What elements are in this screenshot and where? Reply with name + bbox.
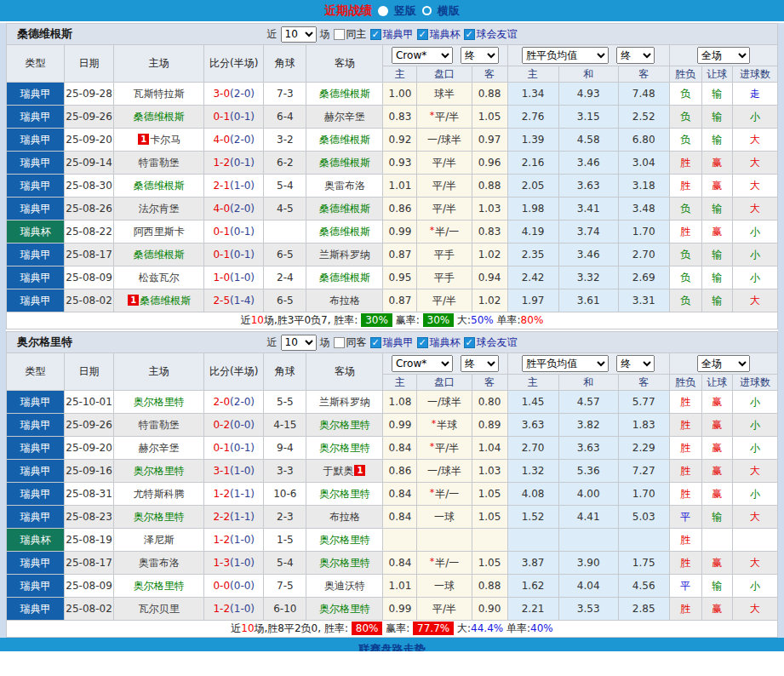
handicap-away-odds: 1.03 — [472, 198, 507, 221]
handicap-line — [417, 529, 472, 552]
vertical-layout-radio[interactable] — [378, 6, 388, 16]
page-title: 近期战绩 — [324, 3, 372, 19]
odds-away-win: 2.69 — [618, 266, 669, 289]
odds-away-win: 4.56 — [618, 575, 669, 598]
result-wdl: 负 — [669, 106, 701, 129]
final-odds-select[interactable]: 终 — [461, 47, 499, 64]
match-date: 25-08-30 — [65, 175, 114, 198]
recent-count-select[interactable]: 10 — [281, 335, 317, 351]
team-link[interactable]: 奥尔格里特 — [319, 488, 370, 500]
final-odds-select[interactable]: 终 — [616, 355, 655, 372]
team-link[interactable]: 泽尼斯 — [144, 534, 175, 546]
league-filter-checkbox[interactable]: ✓瑞典杯 — [417, 27, 461, 42]
team-link[interactable]: 法尔肯堡 — [139, 203, 180, 215]
team-link[interactable]: 桑德维根斯 — [134, 180, 185, 192]
halftime-score: (0-1) — [230, 111, 255, 123]
final-odds-select[interactable]: 终 — [461, 355, 499, 372]
team-link[interactable]: 桑德维根斯 — [319, 157, 370, 169]
handicap-line: *半球 — [417, 414, 472, 437]
league-filter-checkbox[interactable]: ✓瑞典甲 — [370, 27, 414, 42]
team-link[interactable]: 阿西里斯卡 — [134, 226, 185, 238]
league-filter-checkbox[interactable]: ✓瑞典甲 — [370, 335, 414, 350]
match-date: 25-08-02 — [65, 289, 114, 312]
match-date: 25-09-14 — [65, 152, 114, 175]
team-link[interactable]: 桑德维根斯 — [134, 249, 185, 261]
bookmaker-select[interactable]: Crow* — [392, 355, 453, 372]
team-link[interactable]: 桑德维根斯 — [319, 272, 370, 284]
handicap-line: *半/一 — [417, 221, 472, 243]
summary-text: 44.4% — [471, 622, 503, 634]
team-link[interactable]: 布拉格 — [329, 511, 360, 523]
wdl-average-select[interactable]: 胜平负均值 — [522, 47, 609, 64]
team-link[interactable]: 奥尔格里特 — [319, 557, 370, 569]
result-wdl: 胜 — [669, 221, 701, 243]
team-link[interactable]: 桑德维根斯 — [140, 295, 191, 306]
team-link[interactable]: 奥尔格里特 — [134, 465, 185, 477]
horizontal-layout-radio[interactable] — [422, 6, 432, 15]
result-handicap: 输 — [701, 106, 732, 129]
same-venue-checkbox[interactable]: 同客 — [334, 335, 367, 350]
team-link[interactable]: 奥尔格里特 — [134, 511, 185, 523]
summary-line: 近10场,胜3平0负7, 胜率: 30% 赢率: 30% 大:50% 单率:80… — [7, 312, 778, 329]
team-link[interactable]: 兰斯科罗纳 — [319, 249, 370, 261]
result-handicap: 赢 — [701, 175, 732, 198]
league-filter-checkbox[interactable]: ✓球会友谊 — [464, 27, 518, 42]
handicap-home-odds: 0.99 — [383, 414, 417, 437]
team-link[interactable]: 奥尔格里特 — [319, 419, 370, 431]
handicap-away-odds: 1.02 — [472, 289, 507, 312]
score-cell: 0-0(0-0) — [204, 575, 264, 598]
handicap-text: 平/半 — [435, 442, 459, 454]
team-link[interactable]: 松兹瓦尔 — [139, 272, 180, 284]
result-handicap: 输 — [701, 198, 732, 221]
league-filter-checkbox[interactable]: ✓球会友谊 — [464, 335, 518, 350]
team-link[interactable]: 奥尔格里特 — [319, 603, 370, 615]
scope-select[interactable]: 全场 — [697, 47, 750, 64]
team-link[interactable]: 桑德维根斯 — [319, 203, 370, 215]
team-link[interactable]: 桑德维根斯 — [319, 88, 370, 100]
team-link[interactable]: 桑德维根斯 — [319, 134, 370, 146]
team-link[interactable]: 布拉格 — [329, 295, 360, 306]
team-link[interactable]: 特雷勒堡 — [139, 419, 180, 431]
corner-cell: 1-5 — [264, 529, 306, 552]
team-link[interactable]: 桑德维根斯 — [319, 226, 370, 238]
team-link[interactable]: 奥迪沃特 — [324, 580, 365, 592]
team-link[interactable]: 赫尔辛堡 — [139, 442, 180, 454]
team-link[interactable]: 奥尔格里特 — [134, 580, 185, 592]
odds-home-win: 1.32 — [507, 460, 558, 483]
team-link[interactable]: 瓦尔贝里 — [139, 603, 180, 615]
team-link[interactable]: 卡尔马 — [150, 134, 180, 146]
final-odds-select[interactable]: 终 — [616, 47, 655, 64]
away-team-cell: 赫尔辛堡 — [306, 106, 383, 129]
match-row: 瑞典甲25-09-16奥尔格里特3-1(1-0)3-3于默奥10.86一/球半1… — [7, 460, 778, 483]
same-venue-checkbox[interactable]: 同主 — [334, 27, 367, 42]
team-link[interactable]: 奥尔格里特 — [319, 442, 370, 454]
bookmaker-select[interactable]: Crow* — [392, 47, 453, 64]
league-filter-checkbox[interactable]: ✓瑞典杯 — [417, 335, 461, 350]
team-link[interactable]: 奥雷布洛 — [139, 557, 180, 569]
team-link[interactable]: 桑德维根斯 — [134, 111, 185, 123]
wdl-average-select[interactable]: 胜平负均值 — [522, 355, 609, 372]
handicap-away-odds: 1.05 — [472, 483, 507, 506]
fulltime-score: 1-2 — [213, 488, 230, 500]
handicap-odds-group: Crow*终 — [383, 353, 507, 375]
team-link[interactable]: 奥尔格里特 — [134, 396, 185, 408]
odds-away-win — [618, 529, 669, 552]
scope-select[interactable]: 全场 — [697, 355, 750, 372]
team-link[interactable]: 于默奥 — [323, 465, 353, 477]
team-link[interactable]: 尤特斯科腾 — [134, 488, 185, 500]
handicap-line: 一球 — [417, 506, 472, 529]
handicap-away-odds: 1.05 — [472, 106, 507, 129]
live-odds-star: * — [430, 556, 435, 567]
league-badge: 瑞典甲 — [7, 198, 65, 221]
section-filter-header: 奥尔格里特近10场同客✓瑞典甲✓瑞典杯✓球会友谊 — [6, 331, 778, 352]
team-link[interactable]: 赫尔辛堡 — [324, 111, 365, 123]
team-link[interactable]: 瓦斯特拉斯 — [134, 88, 185, 100]
checked-checkbox-icon: ✓ — [464, 29, 475, 40]
recent-count-select[interactable]: 10 — [281, 26, 317, 43]
away-team-cell: 奥尔格里特 — [306, 483, 383, 506]
team-link[interactable]: 奥雷布洛 — [324, 180, 365, 192]
team-link[interactable]: 特雷勒堡 — [139, 157, 180, 169]
team-link[interactable]: 兰斯科罗纳 — [319, 396, 370, 408]
team-link[interactable]: 奥尔格里特 — [319, 534, 370, 546]
odds-away-win: 6.80 — [618, 129, 669, 152]
